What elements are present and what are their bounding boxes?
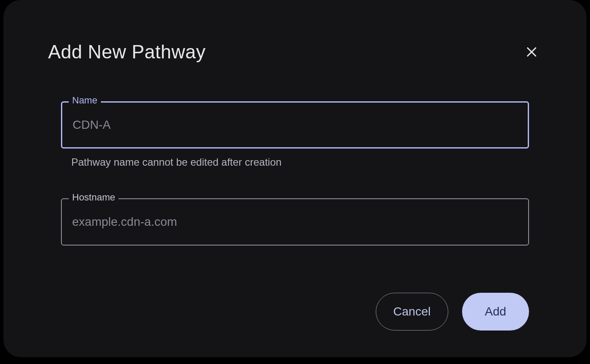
close-button[interactable] (521, 42, 542, 62)
name-input[interactable] (61, 101, 529, 149)
hostname-input[interactable] (61, 198, 529, 246)
dialog-button-row: Cancel Add (48, 293, 542, 331)
name-helper-text: Pathway name cannot be edited after crea… (71, 156, 529, 168)
name-label: Name (69, 95, 101, 106)
dialog-title: Add New Pathway (48, 41, 206, 63)
cancel-button[interactable]: Cancel (376, 293, 448, 331)
cancel-button-label: Cancel (393, 305, 431, 318)
dialog-header: Add New Pathway (48, 41, 542, 63)
name-field-group: Name Pathway name cannot be edited after… (61, 101, 529, 168)
close-icon (525, 45, 538, 59)
hostname-label: Hostname (69, 192, 119, 203)
hostname-field-group: Hostname (61, 198, 529, 246)
add-pathway-dialog: Add New Pathway Name Pathway name cannot… (3, 0, 587, 357)
add-button[interactable]: Add (462, 293, 529, 331)
add-button-label: Add (485, 305, 506, 318)
form-fields: Name Pathway name cannot be edited after… (48, 101, 542, 246)
